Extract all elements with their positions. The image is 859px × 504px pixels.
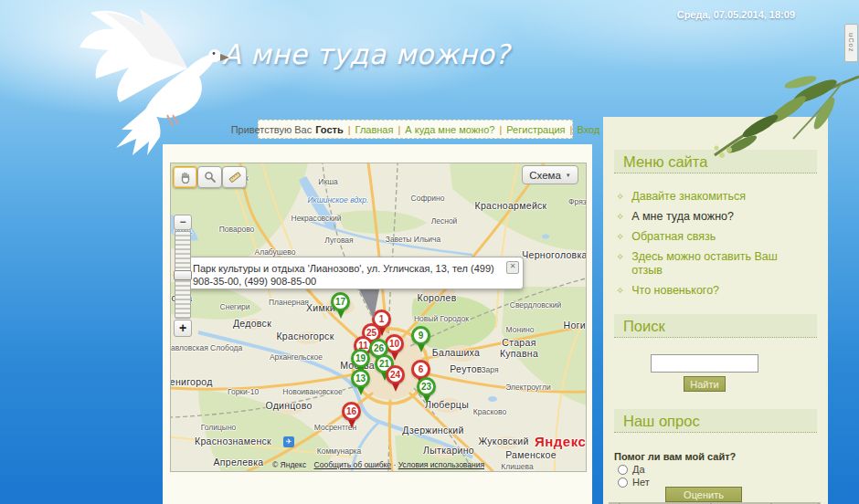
zoom-slider-track[interactable] [175,231,191,319]
zoom-out-button[interactable]: − [174,215,192,230]
sidebar-item-whats-new[interactable]: ✧ Что новенького? [616,284,810,298]
sidebar-item-label: Здесь можно оставить Ваш отзыв [631,250,810,278]
nav-link-where-can-i[interactable]: А куда мне можно? [405,124,494,135]
nav-username: Гость [315,124,344,135]
menu-title: Меню сайта [614,150,817,173]
diamond-bullet-icon: ✧ [616,250,624,278]
report-error-link[interactable]: Сообщить об ошибке [314,460,392,469]
poll-option-no[interactable]: Нет [618,477,650,488]
hand-icon [179,171,192,184]
nav-bar: Приветствую Вас Гость | Главная | А куда… [258,120,573,139]
sidebar-item-feedback[interactable]: ✧ Обратная связь [616,230,810,244]
map-marker-16[interactable]: 16 [342,402,362,430]
datetime-text: Среда, 07.05.2014, 18:09 [585,9,795,20]
zoom-slider-handle[interactable] [174,270,192,280]
sidebar-item-label: Обратная связь [631,230,716,244]
poll-question: Помог ли вам мой сайт? [614,451,736,462]
page: Среда, 07.05.2014, 18:09 uCoz А мне туда… [0,0,859,504]
diamond-bullet-icon: ✧ [616,230,624,244]
magnifier-tool-button[interactable] [197,166,222,188]
poll-radio-yes[interactable] [618,465,628,475]
map-popup-text: Парк культуры и отдыха 'Лианозово', ул. … [193,263,494,287]
nav-link-home[interactable]: Главная [355,124,394,135]
map-popup: Парк культуры и отдыха 'Лианозово', ул. … [184,257,524,289]
site-title: А мне туда можно? [222,38,510,70]
map-canvas[interactable]: ✈ Парк культуры и отдыха 'Лианозово', ул… [170,163,587,472]
nav-separator: | [348,124,351,135]
sidebar-item-label: Что новенького? [631,284,719,298]
search-title: Поиск [614,314,817,338]
yandex-logo: Яндекс [535,434,586,449]
map-layer-button[interactable]: Схема▼ [522,165,578,184]
terms-link[interactable]: Условия использования [398,460,484,469]
map-marker-24[interactable]: 24 [386,365,406,394]
map-zoom-control: − + [174,215,192,337]
map-marker-13[interactable]: 13 [351,369,371,397]
map-marker-23[interactable]: 23 [417,377,437,405]
poll-radio-no[interactable] [618,478,628,488]
content-area: ✈ Парк культуры и отдыха 'Лианозово', ул… [163,144,592,504]
sidebar: Меню сайта ✧ Давайте знакомиться ✧ А мне… [603,117,828,504]
poll-option-label: Да [632,464,645,475]
search-input[interactable] [651,354,758,373]
close-icon[interactable]: ✕ [506,261,519,274]
nav-greeting: Приветствую Вас [231,124,312,135]
poll-submit-button[interactable]: Оценить [665,487,742,502]
ruler-tool-button[interactable] [222,166,247,188]
map-attribution: © Яндекс Сообщить об ошибке · Условия ис… [171,460,586,469]
search-button[interactable]: Найти [684,376,726,392]
poll-option-yes[interactable]: Да [618,464,645,475]
nav-link-register[interactable]: Регистрация [506,124,565,135]
sidebar-item-leave-review[interactable]: ✧ Здесь можно оставить Ваш отзыв [616,250,810,278]
caret-down-icon: ▼ [566,173,571,178]
diamond-bullet-icon: ✧ [616,284,624,298]
dot-separator: · [393,460,396,469]
diamond-bullet-icon: ✧ [616,190,624,204]
map-marker-9[interactable]: 9 [411,326,431,354]
diamond-bullet-icon: ✧ [616,210,624,224]
map-marker-17[interactable]: 17 [331,292,351,320]
poll-option-label: Нет [632,477,650,488]
sidebar-item-label: Давайте знакомиться [631,190,746,204]
sidebar-item-label: А мне туда можно? [631,210,734,224]
pan-hand-tool-button[interactable] [173,166,197,188]
nav-separator: | [499,124,502,135]
poll-title: Наш опрос [614,409,817,433]
ruler-icon [228,171,242,184]
map-popup-tail [354,289,381,320]
zoom-in-button[interactable]: + [174,320,192,337]
map-copyright: © Яндекс [272,460,306,469]
magnifier-icon [204,171,217,184]
sidebar-item-lets-meet[interactable]: ✧ Давайте знакомиться [616,190,810,204]
nav-link-login[interactable]: Вход [577,124,599,135]
nav-separator: | [570,124,573,135]
sidebar-item-can-i-go-there[interactable]: ✧ А мне туда можно? [616,210,810,224]
site-menu: ✧ Давайте знакомиться ✧ А мне туда можно… [616,190,810,304]
ucoz-badge[interactable]: uCoz [844,24,858,62]
nav-separator: | [398,124,400,135]
dove-image [78,0,260,160]
airport-icon: ✈ [283,436,294,447]
